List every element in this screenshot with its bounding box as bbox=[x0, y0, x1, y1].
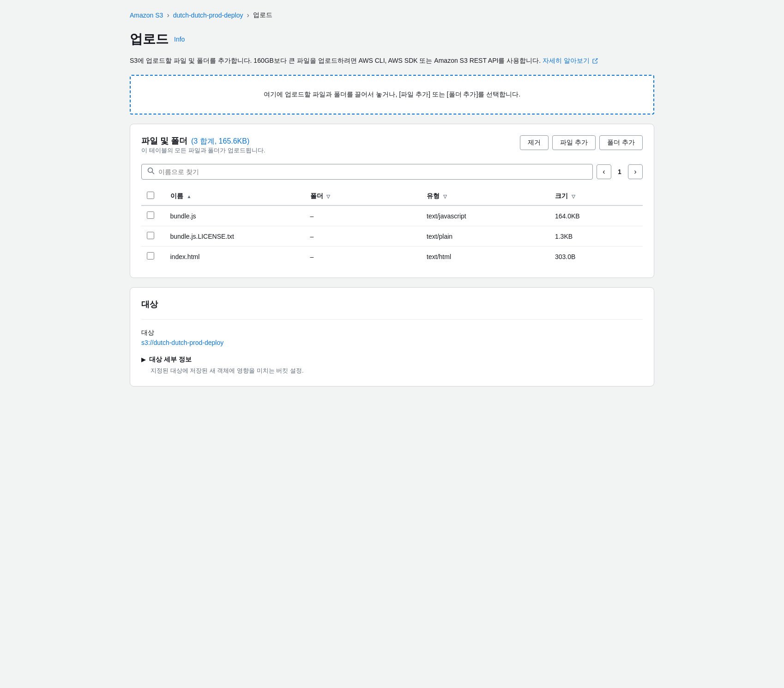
th-checkbox bbox=[141, 187, 165, 205]
search-input[interactable] bbox=[158, 168, 587, 175]
table-header-row: 이름 ▲ 폴더 ▽ 유형 ▽ 크기 ▽ bbox=[141, 187, 643, 205]
files-table: 이름 ▲ 폴더 ▽ 유형 ▽ 크기 ▽ bbox=[141, 187, 643, 266]
page-description: S3에 업로드할 파일 및 폴더를 추가합니다. 160GB보다 큰 파일을 업… bbox=[130, 55, 638, 66]
breadcrumb-sep-2: › bbox=[247, 11, 249, 19]
files-card: 파일 및 폴더 (3 합계, 165.6KB) 이 테이블의 모든 파일과 폴더… bbox=[130, 124, 654, 278]
page-title: 업로드 bbox=[130, 30, 169, 48]
row-folder-1: – bbox=[305, 226, 422, 247]
info-link[interactable]: Info bbox=[174, 36, 185, 43]
table-row: bundle.js.LICENSE.txt – text/plain 1.3KB bbox=[141, 226, 643, 247]
drop-zone-text: 여기에 업로드할 파일과 폴더를 끌어서 놓거나, [파일 추가] 또는 [폴더… bbox=[264, 91, 520, 98]
destination-details-label: 대상 세부 정보 bbox=[149, 356, 192, 364]
chevron-right-icon: › bbox=[634, 168, 636, 176]
destination-divider bbox=[141, 319, 643, 320]
toggle-arrow-icon: ▶ bbox=[141, 356, 145, 363]
row-checkbox-cell bbox=[141, 247, 165, 267]
row-folder-2: – bbox=[305, 247, 422, 267]
svg-line-1 bbox=[152, 172, 154, 174]
add-file-button[interactable]: 파일 추가 bbox=[552, 135, 596, 150]
search-input-wrapper[interactable] bbox=[141, 164, 593, 180]
row-checkbox-cell bbox=[141, 226, 165, 247]
row-checkbox-0[interactable] bbox=[147, 211, 154, 219]
external-link-icon bbox=[592, 58, 598, 64]
page-number: 1 bbox=[615, 168, 624, 175]
sort-size-icon: ▽ bbox=[572, 194, 575, 199]
search-icon bbox=[147, 167, 155, 176]
row-name-0: bundle.js bbox=[165, 205, 305, 226]
row-size-1: 1.3KB bbox=[549, 226, 643, 247]
row-size-2: 303.0B bbox=[549, 247, 643, 267]
files-card-title-group: 파일 및 폴더 (3 합계, 165.6KB) 이 테이블의 모든 파일과 폴더… bbox=[141, 135, 265, 162]
destination-link[interactable]: s3://dutch-dutch-prod-deploy bbox=[141, 339, 223, 346]
files-summary: (3 합계, 165.6KB) bbox=[191, 137, 249, 146]
search-row: ‹ 1 › bbox=[141, 164, 643, 180]
breadcrumb-sep-1: › bbox=[167, 11, 169, 19]
th-folder[interactable]: 폴더 ▽ bbox=[305, 187, 422, 205]
breadcrumb: Amazon S3 › dutch-dutch-prod-deploy › 업로… bbox=[130, 11, 654, 19]
files-button-group: 제거 파일 추가 폴더 추가 bbox=[520, 135, 643, 150]
add-folder-button[interactable]: 폴더 추가 bbox=[599, 135, 643, 150]
files-card-title: 파일 및 폴더 bbox=[141, 135, 187, 146]
next-page-button[interactable]: › bbox=[628, 164, 643, 179]
files-card-subtitle: 이 테이블의 모든 파일과 폴더가 업로드됩니다. bbox=[141, 146, 265, 155]
row-checkbox-2[interactable] bbox=[147, 252, 154, 260]
row-folder-0: – bbox=[305, 205, 422, 226]
destination-details-toggle[interactable]: ▶ 대상 세부 정보 bbox=[141, 356, 643, 364]
table-row: index.html – text/html 303.0B bbox=[141, 247, 643, 267]
files-card-header: 파일 및 폴더 (3 합계, 165.6KB) 이 테이블의 모든 파일과 폴더… bbox=[141, 135, 643, 162]
row-checkbox-1[interactable] bbox=[147, 232, 154, 239]
breadcrumb-bucket[interactable]: dutch-dutch-prod-deploy bbox=[173, 12, 243, 19]
select-all-checkbox[interactable] bbox=[147, 192, 154, 199]
row-size-0: 164.0KB bbox=[549, 205, 643, 226]
th-type[interactable]: 유형 ▽ bbox=[421, 187, 549, 205]
prev-page-button[interactable]: ‹ bbox=[597, 164, 611, 179]
destination-label: 대상 bbox=[141, 329, 643, 337]
th-name[interactable]: 이름 ▲ bbox=[165, 187, 305, 205]
remove-button[interactable]: 제거 bbox=[520, 135, 549, 150]
learn-more-link[interactable]: 자세히 알아보기 bbox=[543, 57, 598, 64]
breadcrumb-current: 업로드 bbox=[253, 11, 272, 19]
th-size[interactable]: 크기 ▽ bbox=[549, 187, 643, 205]
row-type-0: text/javascript bbox=[421, 205, 549, 226]
row-checkbox-cell bbox=[141, 205, 165, 226]
destination-details-desc: 지정된 대상에 저장된 새 객체에 영향을 미치는 버킷 설정. bbox=[151, 367, 643, 375]
chevron-left-icon: ‹ bbox=[603, 168, 605, 176]
row-type-1: text/plain bbox=[421, 226, 549, 247]
row-name-2: index.html bbox=[165, 247, 305, 267]
drop-zone[interactable]: 여기에 업로드할 파일과 폴더를 끌어서 놓거나, [파일 추가] 또는 [폴더… bbox=[130, 75, 654, 115]
pagination-controls: ‹ 1 › bbox=[597, 164, 643, 179]
destination-card-title: 대상 bbox=[141, 299, 643, 310]
table-row: bundle.js – text/javascript 164.0KB bbox=[141, 205, 643, 226]
sort-type-icon: ▽ bbox=[443, 194, 447, 199]
sort-name-icon: ▲ bbox=[187, 194, 191, 199]
destination-card: 대상 대상 s3://dutch-dutch-prod-deploy ▶ 대상 … bbox=[130, 287, 654, 386]
breadcrumb-s3[interactable]: Amazon S3 bbox=[130, 12, 163, 19]
row-type-2: text/html bbox=[421, 247, 549, 267]
page-title-row: 업로드 Info bbox=[130, 30, 654, 48]
sort-folder-icon: ▽ bbox=[326, 194, 330, 199]
row-name-1: bundle.js.LICENSE.txt bbox=[165, 226, 305, 247]
